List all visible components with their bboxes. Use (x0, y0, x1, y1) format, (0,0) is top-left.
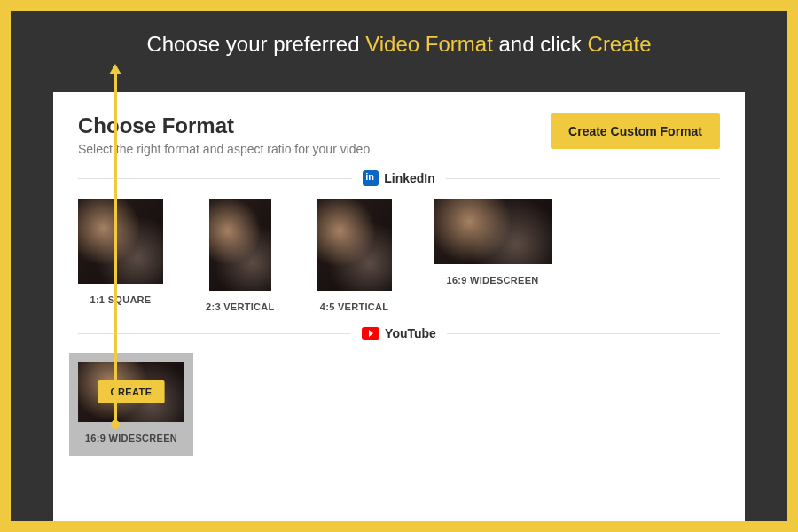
format-caption: 4:5 VERTICAL (320, 301, 389, 312)
panel-header-text: Choose Format Select the right format an… (78, 113, 370, 156)
youtube-formats-row: CREATE 16:9 WIDESCREEN (78, 353, 720, 456)
create-button[interactable]: CREATE (98, 380, 165, 403)
create-custom-format-button[interactable]: Create Custom Format (551, 113, 720, 149)
youtube-label-text: YouTube (385, 326, 436, 340)
panel-subtitle: Select the right format and aspect ratio… (78, 142, 370, 156)
divider-line (78, 178, 352, 179)
youtube-section-label: YouTube (351, 326, 447, 340)
linkedin-divider: LinkedIn (78, 170, 720, 186)
tutorial-frame: Choose your preferred Video Format and c… (11, 11, 787, 521)
divider-line (446, 178, 720, 179)
instruction-bar: Choose your preferred Video Format and c… (11, 11, 787, 78)
format-caption: 1:1 SQUARE (90, 294, 151, 305)
format-option-4-5-vertical[interactable]: 4:5 VERTICAL (317, 199, 392, 312)
panel-title: Choose Format (78, 113, 370, 138)
linkedin-formats-row: 1:1 SQUARE 2:3 VERTICAL 4:5 VERTICAL 16:… (78, 199, 720, 312)
annotation-arrow-line (114, 74, 117, 424)
linkedin-label-text: LinkedIn (384, 171, 435, 185)
format-caption: 16:9 WIDESCREEN (85, 433, 177, 443)
linkedin-icon (363, 170, 379, 186)
format-option-1-1-square[interactable]: 1:1 SQUARE (78, 199, 163, 312)
format-option-2-3-vertical[interactable]: 2:3 VERTICAL (206, 199, 275, 312)
format-thumbnail: CREATE (78, 362, 184, 422)
format-thumbnail (78, 199, 163, 284)
format-thumbnail (317, 199, 392, 291)
format-panel: Choose Format Select the right format an… (53, 92, 745, 521)
format-thumbnail (434, 199, 552, 264)
format-thumbnail (209, 199, 271, 291)
youtube-icon (362, 327, 379, 340)
youtube-divider: YouTube (78, 326, 720, 340)
divider-line (78, 333, 351, 334)
panel-header: Choose Format Select the right format an… (78, 113, 720, 156)
instruction-text-pre: Choose your preferred (146, 32, 365, 56)
format-option-16-9-widescreen[interactable]: 16:9 WIDESCREEN (434, 199, 552, 312)
instruction-highlight-2: Create (588, 32, 652, 56)
divider-line (447, 333, 720, 334)
linkedin-section-label: LinkedIn (352, 170, 446, 186)
instruction-highlight-1: Video Format (365, 32, 493, 56)
annotation-arrow-dot-icon (111, 420, 120, 429)
format-option-youtube-16-9-widescreen[interactable]: CREATE 16:9 WIDESCREEN (69, 353, 193, 456)
format-caption: 16:9 WIDESCREEN (446, 275, 538, 286)
annotation-arrow-head-icon (109, 64, 121, 74)
format-caption: 2:3 VERTICAL (206, 301, 275, 312)
instruction-text-mid: and click (493, 32, 588, 56)
